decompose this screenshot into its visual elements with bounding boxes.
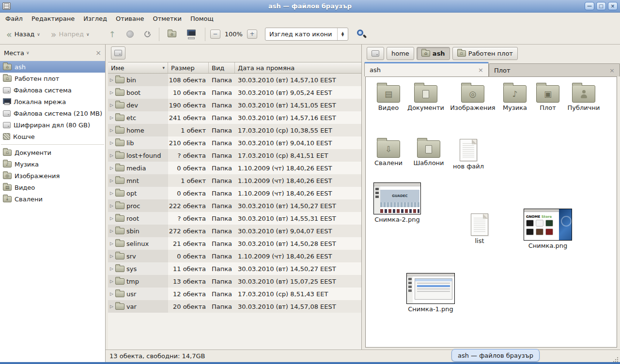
table-row[interactable]: ▷dev190 обектаПапка30.03.2010 (вт) 14,51… [108,99,361,111]
close-button[interactable]: × [608,2,618,10]
table-row[interactable]: ▷mnt1 обектПапка1.10.2009 (чт) 18,40,26 … [108,174,361,187]
sidebar-item-Документи[interactable]: ▫Документи [0,147,105,158]
minimize-button[interactable]: — [585,2,594,10]
expander-icon[interactable]: ▷ [110,90,113,95]
expander-icon[interactable]: ▷ [110,77,113,82]
table-row[interactable]: ▷selinux21 обектаПапка30.03.2010 (вт) 14… [108,237,361,250]
sidebar-item-Видео[interactable]: ▤Видео [0,182,105,193]
view-mode-value: Изглед като икони [265,30,337,38]
expander-icon[interactable]: ▷ [110,128,113,133]
search-button[interactable] [356,29,368,40]
expander-icon[interactable]: ▷ [110,115,113,120]
expander-icon[interactable]: ▷ [110,279,113,284]
tab-close-icon[interactable]: × [478,66,483,74]
table-row[interactable]: ▷sbin272 обектаПапка30.03.2010 (вт) 9,04… [108,225,361,237]
expander-icon[interactable]: ▷ [110,304,113,309]
table-row[interactable]: ▷tmp13 обектаПапка30.03.2010 (вт) 15,07,… [108,275,361,288]
sidebar-item-Шифриран дял (80 GB)[interactable]: Шифриран дял (80 GB) [0,119,105,131]
sidebar-item-Кошче[interactable]: Кошче [0,131,105,142]
expander-icon[interactable]: ▷ [110,191,113,196]
expander-icon[interactable]: ▷ [110,216,113,221]
zoom-out-button[interactable]: − [210,30,220,39]
expander-icon[interactable]: ▷ [110,166,113,170]
table-row[interactable]: ▷lost+found? обектаПапка17.03.2010 (ср) … [108,149,361,162]
table-row[interactable]: ▷home1 обектПапка17.03.2010 (ср) 10,38,5… [108,124,361,136]
expander-icon[interactable]: ▷ [110,203,113,208]
tab-Плот[interactable]: Плот× [489,63,620,76]
icon-view-item-list[interactable]: list [464,212,496,245]
sidebar-item-Работен плот[interactable]: ▫Работен плот [0,73,105,84]
table-row[interactable]: ▷var20 обектаПапка30.03.2010 (вт) 14,57,… [108,300,361,313]
breadcrumb-home[interactable]: home [387,47,414,60]
icon-view-item-Свалени[interactable]: ⇩Свалени [368,138,409,167]
maximize-button[interactable]: □ [596,2,606,10]
breadcrumb-Работен плот[interactable]: ▫Работен плот [452,47,518,60]
expander-icon[interactable]: ▷ [110,153,113,158]
size-cell: 241 обекта [168,111,209,124]
menu-item-4[interactable]: Отиване [111,14,148,24]
column-header-size[interactable]: Размер [168,62,209,73]
menu-item-2[interactable]: Редактиране [27,14,79,24]
sidebar-item-Файлова система (210 MB)[interactable]: Файлова система (210 MB) [0,107,105,119]
table-row[interactable]: ▷boot10 обектаПапка30.03.2010 (вт) 9,05,… [108,86,361,99]
column-header-date[interactable]: Дата на промяна [235,62,361,73]
table-row[interactable]: ▷srv0 обектаПапка1.10.2009 (чт) 18,40,26… [108,250,361,262]
table-row[interactable]: ▷usr12 обектаПапка17.03.2010 (ср) 8,51,4… [108,288,361,300]
icon-view-item-Шаблони[interactable]: Шаблони [409,138,448,167]
icon-view-item-Изображения[interactable]: ◎Изображения [452,83,494,112]
menu-item-3[interactable]: Изглед [79,14,111,24]
expander-icon[interactable]: ▷ [110,103,113,107]
type-cell: Папка [209,187,235,199]
expander-icon[interactable]: ▷ [110,241,113,246]
table-row[interactable]: ▷opt0 обектаПапка1.10.2009 (чт) 18,40,26… [108,187,361,199]
sidebar-item-Изображения[interactable]: ◎Изображения [0,170,105,182]
icon-view-item-Снимка.png[interactable]: GNOME StoreСнимка.png [522,209,574,250]
icon-view-item-Документи[interactable]: Документи [403,83,449,112]
table-row[interactable]: ▷media0 обектаПапка1.10.2009 (чт) 18,40,… [108,162,361,174]
forward-button[interactable]: » Напред ∨ [47,29,93,40]
filesystem-root-button[interactable] [111,46,125,60]
table-row[interactable]: ▷bin108 обектаПапка30.03.2010 (вт) 14,57… [108,74,361,86]
sidebar-item-ash[interactable]: ⌂ash [0,61,105,73]
icon-view-item-Снимка-2.png[interactable]: GUADECСнимка-2.png [372,182,422,224]
sidebar-item-Файлова система[interactable]: Файлова система [0,84,105,96]
breadcrumb-root[interactable] [367,47,384,60]
expander-icon[interactable]: ▷ [110,140,113,145]
expander-icon[interactable]: ▷ [110,291,113,296]
computer-button[interactable] [183,28,200,41]
expander-icon[interactable]: ▷ [110,254,113,258]
expander-icon[interactable]: ▷ [110,266,113,271]
icon-view-item-нов файл[interactable]: нов файл [449,138,488,170]
menu-item-1[interactable]: Файл [1,14,27,24]
icon-view-item-Снимка-1.png[interactable]: Снимка-1.png [404,273,457,313]
table-row[interactable]: ▷etc241 обектаПапка30.03.2010 (вт) 14,57… [108,111,361,124]
table-row[interactable]: ▷proc222 обектаПапка30.03.2010 (вт) 14,5… [108,199,361,212]
tab-ash[interactable]: ash× [364,62,489,76]
expander-icon[interactable]: ▷ [110,178,113,183]
table-row[interactable]: ▷lib210 обектаПапка30.03.2010 (вт) 9,04,… [108,136,361,149]
home-button[interactable]: ⌂ [164,29,180,39]
icon-view-item-Музика[interactable]: ♪Музика [496,83,534,112]
menu-item-5[interactable]: Отметки [148,14,186,24]
icon-view-item-Плот[interactable]: ▣Плот [531,83,564,112]
table-row[interactable]: ▷sys11 обектаПапка30.03.2010 (вт) 14,50,… [108,262,361,275]
sidebar-close-icon[interactable]: × [95,49,101,57]
sidebar-title[interactable]: Места [4,49,24,57]
table-row[interactable]: ▷root? обектаПапка30.03.2010 (вт) 14,55,… [108,212,361,225]
column-header-type[interactable]: Вид [209,62,235,73]
column-header-name[interactable]: Име▾ [108,62,168,73]
stop-button[interactable] [123,29,137,40]
sidebar-item-Свалени[interactable]: ↓Свалени [0,193,105,205]
expander-icon[interactable]: ▷ [110,228,113,233]
menu-item-6[interactable]: Помощ [186,14,218,24]
sidebar-item-Локална мрежа[interactable]: Локална мрежа [0,96,105,107]
reload-button[interactable] [141,29,154,39]
up-button[interactable]: ↑ [106,28,119,41]
tab-close-icon[interactable]: × [609,67,615,74]
zoom-in-button[interactable]: + [247,30,257,39]
view-mode-select[interactable]: Изглед като икони ▲▼ [265,28,348,41]
back-button[interactable]: « Назад ∨ [3,29,44,40]
sidebar-item-Музика[interactable]: ♪Музика [0,158,105,170]
breadcrumb-ash[interactable]: ⌂ash [417,47,450,60]
icon-view-item-Публични[interactable]: Публични [562,83,605,112]
